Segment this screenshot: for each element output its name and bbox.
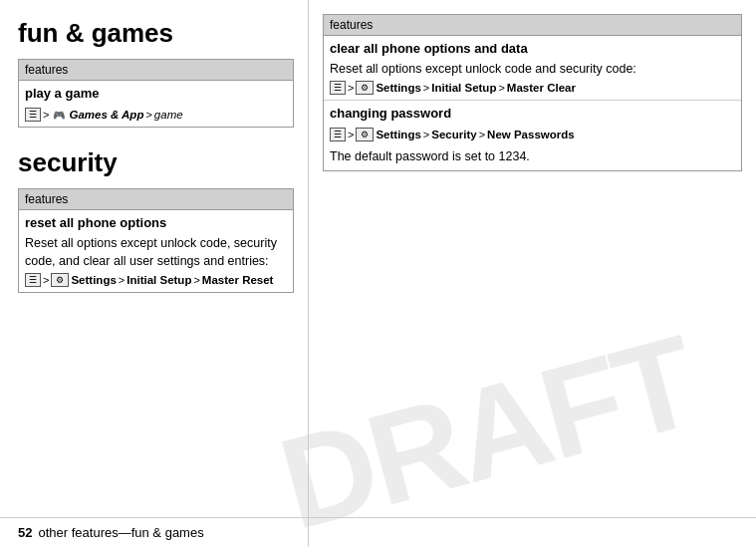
menu-icon-3: ☰ [330,81,346,95]
clear-nav: ☰ > ⚙ Settings > Initial Setup > Master … [330,81,576,95]
nav-arrow-8: > [498,82,504,94]
clear-row: clear all phone options and data Reset a… [324,36,741,101]
nav-arrow-2: > [145,109,151,121]
master-clear-label: Master Clear [507,82,576,94]
menu-icon-4: ☰ [330,128,346,141]
menu-icon-2: ☰ [25,273,41,287]
footer-text: other features—fun & games [38,525,203,540]
reset-nav: ☰ > ⚙ Settings > Initial Setup > Master … [25,273,273,287]
changing-nav: ☰ > ⚙ Settings > Security > New Password… [330,128,575,141]
page-layout: fun & games features play a game ☰ > 🎮 G… [0,0,756,547]
security-features-table: features reset all phone options Reset a… [18,188,294,293]
menu-icon: ☰ [25,108,41,122]
games-app-label: Games & App [69,109,143,121]
clear-title: clear all phone options and data [330,41,735,56]
nav-arrow-6: > [348,82,354,94]
right-features-table: features clear all phone options and dat… [323,14,742,171]
settings-icon-2: ⚙ [356,81,374,95]
initial-setup-label-1: Initial Setup [126,274,191,286]
master-reset-label: Master Reset [202,274,274,286]
reset-title: reset all phone options [25,215,287,230]
nav-arrow-5: > [193,274,199,286]
reset-row: reset all phone options Reset all option… [19,210,293,292]
nav-arrow-1: > [43,109,49,121]
initial-setup-label-2: Initial Setup [431,82,496,94]
settings-icon-3: ⚙ [356,128,374,141]
clear-body: Reset all options except unlock code and… [330,60,735,78]
settings-label-2: Settings [376,82,420,94]
nav-arrow-11: > [479,129,485,140]
settings-label-3: Settings [376,129,420,140]
play-game-nav: ☰ > 🎮 Games & App > game [25,108,183,122]
reset-body: Reset all options except unlock code, se… [25,234,287,270]
game-label: game [154,109,183,121]
features-header-1: features [19,60,293,81]
bottom-bar: 52 other features—fun & games [0,517,756,547]
games-icon: 🎮 [51,108,67,122]
fun-games-features-table: features play a game ☰ > 🎮 Games & App >… [18,59,294,128]
settings-label-1: Settings [71,274,116,286]
left-column: fun & games features play a game ☰ > 🎮 G… [0,0,309,547]
nav-arrow-7: > [423,82,429,94]
play-game-title: play a game [25,86,287,101]
features-header-3: features [324,15,741,36]
security-label: Security [431,129,476,140]
security-title: security [18,147,294,178]
changing-password-title: changing password [330,106,735,121]
fun-games-title: fun & games [18,18,294,49]
nav-arrow-3: > [43,274,49,286]
page-number: 52 [18,525,32,540]
changing-body: The default password is set to 1234. [330,147,735,165]
changing-password-row: changing password ☰ > ⚙ Settings > Secur… [324,101,741,170]
nav-arrow-4: > [119,274,125,286]
nav-arrow-9: > [348,129,354,140]
settings-icon-1: ⚙ [51,273,69,287]
right-column: features clear all phone options and dat… [309,0,756,547]
play-game-row: play a game ☰ > 🎮 Games & App > game [19,81,293,127]
nav-arrow-10: > [423,129,429,140]
features-header-2: features [19,189,293,210]
new-passwords-label: New Passwords [487,129,575,140]
